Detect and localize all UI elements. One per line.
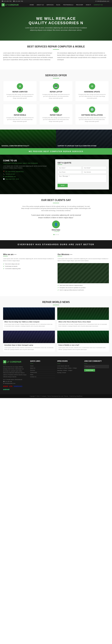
dot-1[interactable]: [53, 234, 54, 235]
footer-hours-intro: Lorem ipsum dolor sit.: [57, 365, 82, 367]
news-card-1: When is the Time to Recover from a Virus…: [57, 308, 109, 328]
news-title-3: Future of Mobile or Just a Fad?: [59, 344, 108, 346]
news-title-0: When You Are Using Your Tablet as a Main…: [4, 321, 54, 323]
quote-message-input[interactable]: [58, 175, 106, 182]
service-title-5: SOFTWARE INSTALLATIONS: [78, 114, 106, 116]
news-title: REPAIR WORLD NEWS: [3, 301, 109, 304]
col-divider1: [3, 256, 8, 256]
footer-address: UK 72 Hurdle Manor Whereabouts: [3, 379, 28, 381]
come-left: COME TO US YOUR COMPUTER AND PHONE, TABL…: [3, 159, 52, 190]
android-logo: android: [3, 388, 9, 390]
who-title: Who we are ----: [3, 253, 54, 256]
testimonial-name: Elena Isaac: [29, 229, 83, 231]
footer-link-0[interactable]: Home: [30, 365, 55, 367]
service-desc-5: Company that offers design and build ser…: [78, 117, 106, 122]
check-icon-1: ✔: [3, 263, 4, 265]
divider2: [53, 78, 59, 78]
service-title-0: REPAIR COMPUTER: [6, 91, 34, 93]
quote-underline: [58, 164, 62, 165]
divider4: [53, 305, 59, 305]
service-card-0: 🖥 REPAIR COMPUTER Company that offers de…: [3, 81, 37, 102]
footer-mon-fri: Monday to Friday: 9:00am - 6:00pm: [57, 367, 82, 369]
quote-text: "Lorem ipsum dolor sit amet, consectetur…: [29, 214, 83, 219]
hero-section: WE WILL REPLACE QUALITY ACCESSORIES N Lo…: [0, 7, 112, 40]
phone1: ☎ 123 456 789: [2, 0, 12, 2]
newsletter-email-input[interactable]: [84, 365, 109, 368]
service-card-3: 📱 REPAIR MOBILE Company that offers desi…: [3, 104, 37, 125]
mission-3: ✔ Sunt in culpa qui officia deserunt mol…: [58, 289, 109, 291]
services-intro-col1: Lorem ipsum dolor sit amet, consectetur …: [3, 52, 55, 61]
subscribe-button[interactable]: SUBSCRIBE: [84, 369, 95, 372]
news-title-2: Immediate Steps to Water Damaged Laptop: [4, 344, 54, 346]
image-banner: NATIONAL COMPUTER REPAIR FACILITY SUPPOR…: [0, 130, 112, 148]
copyright-text: Copyright © 2016 LT Corepair | Theme Dev…: [30, 396, 82, 397]
missions-title: Our Missions ----: [58, 253, 109, 256]
mission-icon-1: ✔: [58, 284, 59, 286]
carousel-dots: [3, 233, 109, 236]
nav-howit[interactable]: HOW IT: [85, 4, 92, 6]
best-services-title: BEST SERVICES REPAIR COMPUTER & MOBILE: [3, 45, 109, 48]
footer-divider1: [3, 364, 6, 365]
services-intro-col2: Sit consectetuer adipiscing elit, sed di…: [57, 52, 109, 61]
come-to-us-section: COME TO US YOUR COMPUTER AND PHONE, TABL…: [0, 155, 112, 194]
service-icon-2: ⚙: [89, 83, 95, 90]
banner-left: NATIONAL COMPUTER REPAIR FACILITY: [0, 130, 56, 148]
footer-link-3[interactable]: Testimonials: [30, 372, 55, 374]
footer-email: ✉ hello@website.com: [3, 382, 28, 384]
footer-community: Join Our Community SUBSCRIBE: [84, 360, 109, 390]
asus-logo: ASUS: [3, 386, 8, 387]
footer-link-2[interactable]: Services: [30, 369, 55, 372]
dark-banner: EVERYBODY HAS STANDARDS OURS ARE JUST BE…: [0, 240, 112, 249]
services-offer-section: SERVICES OFFER 🖥 REPAIR COMPUTER Company…: [0, 70, 112, 130]
avatar: 👤: [52, 220, 60, 228]
footer-link-4[interactable]: News: [30, 374, 55, 376]
footer-sun: Sunday: Closed: [57, 372, 82, 374]
service-desc-4: Company that offers design and build ser…: [42, 117, 71, 122]
nav-blog[interactable]: BLOG: [55, 4, 61, 6]
nav-recover[interactable]: RECOVER: [75, 4, 84, 6]
nav-testimonials[interactable]: TESTIMONIALS: [62, 4, 74, 6]
dot-2[interactable]: [55, 234, 57, 235]
hero-desc: Lorem ipsum dolor sit amet, consectetur …: [25, 27, 87, 31]
footer-logo-icon: ⚙: [3, 360, 6, 363]
nav-about[interactable]: ABOUT US: [36, 4, 44, 6]
who-col-right: Our Missions ---- Lorem ipsum dolor sit …: [58, 253, 109, 292]
footer: ⚙ LT COREPAIR Nam tincidunt leo at congu…: [0, 356, 112, 398]
logo[interactable]: ⚙ LT COREPAIR: [2, 3, 19, 6]
green-banner: WE PROVIDE BEST COMPUTER REPAIR SERVICES: [0, 148, 112, 155]
quote-service-input[interactable]: [83, 170, 107, 174]
quote-name-input[interactable]: [58, 166, 82, 170]
news-img-2: [3, 331, 55, 343]
top-bar: ☎ 123 456 789 ☎ 123 456 788 ✉ hello@webs…: [0, 0, 112, 2]
quote-phone-input[interactable]: [58, 170, 82, 174]
samsung-logo: SAMSUNG: [14, 386, 22, 387]
service-icon-5: 💿: [89, 106, 95, 113]
footer-link-1[interactable]: About Us: [30, 367, 55, 369]
news-card-3: Future of Mobile or Just a Fad? Lorem ip…: [57, 331, 109, 352]
dot-3[interactable]: [58, 234, 59, 235]
service-desc-3: Company that offers design and build ser…: [6, 117, 34, 122]
missions-text: Lorem ipsum dolor sit amet, consectetur …: [58, 258, 109, 262]
check-icon-2: ✔: [3, 266, 4, 267]
service-icon-1: 💻: [53, 83, 59, 90]
brand-logos: ASUS LTG SAMSUNG android: [3, 386, 28, 390]
footer-link-5[interactable]: Contact Us: [30, 376, 55, 378]
service-desc-2: Company that offers design and build ser…: [78, 94, 106, 99]
nav-home[interactable]: HOME: [29, 4, 35, 6]
service-card-5: 💿 SOFTWARE INSTALLATIONS Company that of…: [75, 104, 109, 125]
news-section: REPAIR WORLD NEWS When You Are Using You…: [0, 296, 112, 356]
get-quote-form: GET A QUOTE SEND: [55, 159, 109, 190]
ltg-logo: LTG: [9, 386, 13, 387]
service-icon-4: 📟: [53, 106, 59, 113]
service-title-2: HARDWARE UPDATE: [78, 91, 106, 93]
quote-email-input[interactable]: [83, 166, 107, 170]
nav-services[interactable]: SERVICES: [46, 4, 54, 6]
nav-contact[interactable]: CONTACT US: [93, 4, 103, 6]
service-title-1: REPAIR LAPTOP: [42, 91, 71, 93]
banner-left-label: NATIONAL COMPUTER REPAIR FACILITY: [2, 145, 29, 146]
mission-1: ✔ Nam lorem dolor laboriis ut apprehende…: [58, 284, 109, 286]
footer-divider4: [84, 364, 87, 364]
mission-2: ✔ Excepteur sint occaecat cupidatat non …: [58, 287, 109, 288]
quote-submit-button[interactable]: SEND: [58, 184, 68, 187]
service-desc-0: Company that offers design and build ser…: [6, 94, 34, 99]
